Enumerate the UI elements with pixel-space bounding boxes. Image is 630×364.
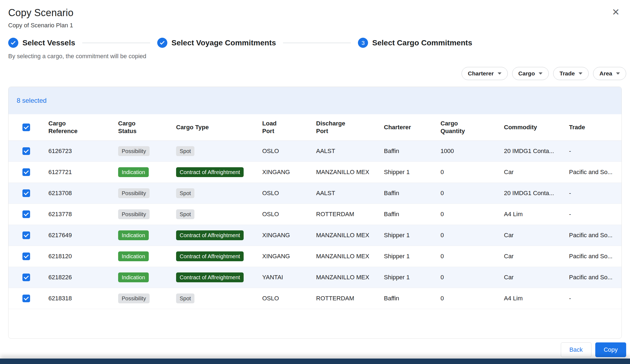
discharge-port: ROTTERDAM (316, 211, 354, 218)
charterer: Shipper 1 (384, 169, 410, 175)
filter-area-dropdown[interactable]: Area (593, 67, 626, 80)
table-row[interactable]: 6213708 Possibility Spot OSLO AALST Baff… (8, 183, 622, 204)
step-select-voyage-commitments[interactable]: Select Voyage Commitments (157, 38, 276, 48)
cargo-type-badge: Spot (176, 293, 194, 303)
row-checkbox-cell (8, 225, 44, 246)
row-checkbox-cell (8, 246, 44, 267)
column-header: Discharge Port (312, 114, 380, 140)
table-row[interactable]: 6218226 Indication Contract of Affreight… (8, 267, 622, 288)
commodity: Car (504, 253, 514, 260)
step-label: Select Voyage Commitments (171, 39, 276, 47)
row-checkbox[interactable] (22, 189, 30, 197)
back-button[interactable]: Back (561, 342, 591, 357)
step-select-cargo-commitments[interactable]: 3 Select Cargo Commitments (358, 38, 472, 48)
discharge-port: MANZANILLO MEX (316, 274, 369, 281)
stepper-connector (283, 43, 351, 43)
cargo-status-badge: Indication (118, 251, 149, 261)
row-checkbox[interactable] (22, 231, 30, 239)
select-all-cell (8, 114, 44, 140)
row-checkbox[interactable] (22, 210, 30, 218)
discharge-port: MANZANILLO MEX (316, 169, 369, 175)
cargo-quantity: 0 (441, 169, 444, 175)
filter-label: Area (599, 70, 612, 77)
chevron-down-icon (579, 72, 582, 75)
stepper-connector (82, 43, 150, 43)
select-all-checkbox[interactable] (22, 124, 30, 131)
filter-charterer-dropdown[interactable]: Charterer (462, 67, 508, 80)
copy-scenario-dialog: Copy Scenario Copy of Scenario Plan 1 ✕ … (0, 0, 630, 357)
commodity: Car (504, 169, 514, 175)
cargo-quantity: 0 (441, 295, 444, 302)
column-header: Cargo Reference (44, 114, 114, 140)
filter-cargo-dropdown[interactable]: Cargo (512, 67, 549, 80)
cargo-quantity: 1000 (441, 148, 454, 154)
table-row[interactable]: 6213778 Possibility Spot OSLO ROTTERDAM … (8, 204, 622, 225)
trade: - (569, 190, 571, 196)
row-checkbox[interactable] (22, 274, 30, 281)
table-row[interactable]: 6126723 Possibility Spot OSLO AALST Baff… (8, 140, 622, 162)
cargo-reference: 6127721 (48, 169, 72, 175)
stepper: Select Vessels Select Voyage Commitments… (8, 38, 630, 48)
row-checkbox[interactable] (22, 253, 30, 260)
chevron-down-icon (616, 72, 620, 75)
page-subtitle: Copy of Scenario Plan 1 (8, 22, 620, 29)
step-active-circle: 3 (358, 38, 368, 48)
cargo-type-badge: Contract of Affreightment (176, 251, 244, 261)
step-select-vessels[interactable]: Select Vessels (8, 38, 75, 48)
load-port: OSLO (262, 148, 279, 154)
cargo-type-badge: Spot (176, 146, 194, 156)
row-checkbox[interactable] (22, 168, 30, 176)
table-row[interactable]: 6218318 Possibility Spot OSLO ROTTERDAM … (8, 288, 622, 309)
filter-label: Charterer (468, 70, 494, 77)
cargo-type-badge: Spot (176, 188, 194, 198)
cargo-reference: 6218318 (48, 295, 72, 302)
filter-trade-dropdown[interactable]: Trade (553, 67, 589, 80)
charterer: Baffin (384, 190, 399, 196)
chevron-down-icon (539, 72, 542, 75)
cargo-reference: 6218226 (48, 274, 72, 281)
charterer: Baffin (384, 148, 399, 154)
discharge-port: MANZANILLO MEX (316, 232, 369, 239)
copy-button[interactable]: Copy (595, 342, 626, 357)
commodity: A4 Lim (504, 295, 523, 302)
cargo-quantity: 0 (441, 211, 444, 218)
cargo-quantity: 0 (441, 253, 444, 260)
cargo-type-badge: Spot (176, 209, 194, 219)
cargo-status-badge: Indication (118, 167, 149, 177)
table-row[interactable]: 6127721 Indication Contract of Affreight… (8, 162, 622, 183)
close-button[interactable]: ✕ (610, 6, 622, 18)
hint-text: By selecting a cargo, the commitment wil… (8, 53, 630, 60)
dialog-header: Copy Scenario Copy of Scenario Plan 1 ✕ (0, 0, 630, 29)
cargo-table-card: 8 selected Cargo ReferenceCargo StatusCa… (8, 87, 622, 339)
discharge-port: ROTTERDAM (316, 295, 354, 302)
cargo-type-badge: Contract of Affreightment (176, 272, 244, 282)
charterer: Shipper 1 (384, 232, 410, 239)
load-port: YANTAI (262, 274, 283, 281)
app-footer-bar (0, 359, 630, 364)
row-checkbox-cell (8, 140, 44, 162)
filter-label: Cargo (518, 70, 535, 77)
commodity: 20 IMDG1 Conta... (504, 148, 554, 154)
commodity: 20 IMDG1 Conta... (504, 190, 554, 196)
cargo-reference: 6213778 (48, 211, 72, 218)
cargo-status-badge: Possibility (118, 293, 150, 303)
table-row[interactable]: 6218120 Indication Contract of Affreight… (8, 246, 622, 267)
filter-bar: ChartererCargoTradeArea (0, 67, 626, 80)
row-checkbox[interactable] (22, 147, 30, 155)
table-row[interactable]: 6217649 Indication Contract of Affreight… (8, 225, 622, 246)
charterer: Shipper 1 (384, 253, 410, 260)
row-checkbox[interactable] (22, 295, 30, 302)
row-checkbox-cell (8, 267, 44, 288)
cargo-commitments-table: Cargo ReferenceCargo StatusCargo TypeLoa… (8, 114, 622, 309)
cargo-status-badge: Indication (118, 230, 149, 240)
step-number: 3 (361, 40, 365, 46)
load-port: XINGANG (262, 169, 290, 175)
cargo-reference: 6213708 (48, 190, 72, 196)
trade: - (569, 148, 571, 154)
load-port: XINGANG (262, 253, 290, 260)
commodity: Car (504, 274, 514, 281)
trade: Pacific and So... (569, 253, 612, 260)
column-header: Charterer (380, 114, 436, 140)
row-checkbox-cell (8, 204, 44, 225)
row-checkbox-cell (8, 288, 44, 309)
